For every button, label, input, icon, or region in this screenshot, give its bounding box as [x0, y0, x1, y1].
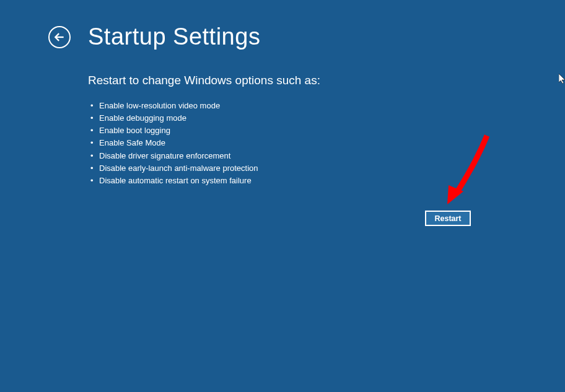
page-title: Startup Settings — [88, 24, 260, 50]
list-item: Enable low-resolution video mode — [99, 100, 565, 112]
svg-marker-2 — [447, 185, 463, 204]
list-item: Enable Safe Mode — [99, 137, 565, 149]
list-item: Disable early-launch anti-malware protec… — [99, 162, 565, 175]
list-item: Disable driver signature enforcement — [99, 150, 565, 162]
header: Startup Settings — [0, 0, 565, 50]
list-item: Enable boot logging — [99, 124, 565, 137]
list-item: Enable debugging mode — [99, 112, 565, 124]
content: Restart to change Windows options such a… — [0, 50, 565, 187]
back-button[interactable] — [48, 26, 71, 48]
restart-button[interactable]: Restart — [425, 211, 471, 226]
list-item: Disable automatic restart on system fail… — [99, 175, 565, 187]
svg-marker-3 — [559, 74, 565, 84]
subtitle: Restart to change Windows options such a… — [88, 74, 565, 87]
options-list: Enable low-resolution video mode Enable … — [88, 100, 565, 187]
arrow-left-icon — [53, 31, 66, 43]
cursor-icon — [559, 74, 565, 84]
